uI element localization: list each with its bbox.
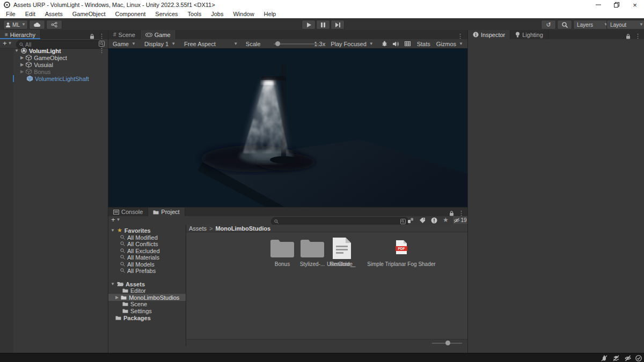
- tree-row-volumetriclightshaft[interactable]: VolumetricLightShaft: [0, 75, 108, 82]
- menu-window[interactable]: Window: [228, 10, 259, 18]
- undo-history-button[interactable]: ↺: [541, 20, 556, 29]
- close-button[interactable]: ×: [626, 0, 644, 10]
- version-control-button[interactable]: [46, 20, 62, 29]
- menu-tools[interactable]: Tools: [183, 10, 207, 18]
- tab-game[interactable]: Game: [141, 30, 176, 39]
- menu-jobs[interactable]: Jobs: [206, 10, 228, 18]
- open-search-window-icon[interactable]: [400, 219, 406, 224]
- game-viewport[interactable]: [108, 48, 467, 208]
- search-everywhere-button[interactable]: [557, 20, 572, 29]
- chevron-down-icon: ▼: [21, 23, 26, 27]
- chevron-down-icon[interactable]: ▼: [111, 228, 115, 233]
- chevron-down-icon[interactable]: ▼: [111, 282, 115, 286]
- left-splitter[interactable]: [108, 30, 108, 353]
- tab-inspector[interactable]: Inspector: [468, 30, 510, 39]
- favorite-item[interactable]: All Materials: [108, 254, 186, 261]
- create-object-button[interactable]: + ▼: [3, 40, 12, 47]
- hidden-count-toggle[interactable]: 19: [453, 216, 467, 224]
- chevron-right-icon[interactable]: ▶: [20, 70, 24, 74]
- menu-gameobject[interactable]: GameObject: [68, 10, 111, 18]
- lock-icon[interactable]: [626, 34, 631, 39]
- packages-header-row[interactable]: Packages: [108, 314, 186, 321]
- visibility-disabled-icon[interactable]: [625, 355, 631, 361]
- gizmos-label: Gizmos: [436, 41, 456, 47]
- menu-file[interactable]: File: [1, 10, 20, 18]
- folder-row-editor[interactable]: Editor: [108, 287, 186, 294]
- account-dropdown[interactable]: ML ▼: [3, 20, 28, 29]
- breadcrumb-current[interactable]: MonoLimboStudios: [215, 225, 270, 232]
- chevron-right-icon[interactable]: ▶: [115, 295, 119, 300]
- scale-slider-track[interactable]: [274, 43, 319, 45]
- search-window-icon[interactable]: [99, 41, 105, 47]
- menubar: File Edit Assets GameObject Component Se…: [0, 10, 644, 19]
- folder-thumbnail-icon[interactable]: [300, 239, 325, 258]
- display-select[interactable]: Display 1 ▼: [140, 41, 180, 47]
- hierarchy-panel: ≡ Hierarchy ⋮ + ▼ All: [0, 30, 108, 353]
- center-splitter[interactable]: [108, 207, 467, 208]
- favorite-item[interactable]: All Prefabs: [108, 267, 186, 274]
- menu-component[interactable]: Component: [110, 10, 150, 18]
- inspector-menu-icon[interactable]: ⋮: [635, 33, 641, 39]
- scale-slider-thumb[interactable]: [275, 41, 280, 46]
- aspect-select[interactable]: Free Aspect ▼: [180, 41, 242, 47]
- search-by-import-log-icon[interactable]: [431, 217, 437, 224]
- pause-button[interactable]: [316, 20, 330, 29]
- tree-row-bonus[interactable]: ▶ Bonus: [0, 68, 108, 75]
- status-ok-icon[interactable]: [635, 355, 642, 361]
- minimize-button[interactable]: [589, 0, 608, 10]
- gizmos-dropdown[interactable]: Gizmos ▼: [434, 41, 467, 47]
- game-menu-icon[interactable]: ⋮: [457, 33, 463, 39]
- game-display-popup[interactable]: Game ▼: [108, 41, 140, 47]
- plus-icon: +: [3, 40, 7, 47]
- cloud-button[interactable]: [29, 20, 45, 29]
- folder-thumbnail-icon[interactable]: [270, 239, 295, 258]
- inspector-body: [468, 39, 644, 353]
- menu-assets[interactable]: Assets: [40, 10, 68, 18]
- layout-dropdown[interactable]: Layout ▼: [606, 20, 644, 29]
- file-label[interactable]: Simple Triplanar Fog Shader: [367, 261, 436, 267]
- tab-scene[interactable]: # Scene: [108, 30, 141, 39]
- chevron-down-icon[interactable]: ▼: [14, 49, 19, 53]
- favorite-item[interactable]: All Conflicts: [108, 240, 186, 247]
- hierarchy-menu-icon[interactable]: ⋮: [99, 33, 105, 39]
- chevron-right-icon[interactable]: ▶: [20, 63, 24, 67]
- stats-toggle[interactable]: Stats: [413, 41, 434, 47]
- tab-hierarchy[interactable]: ≡ Hierarchy: [0, 30, 41, 39]
- menu-services[interactable]: Services: [150, 10, 182, 18]
- tree-row-gameobject[interactable]: ▶ GameObject: [0, 54, 108, 61]
- tab-console[interactable]: Console: [108, 208, 148, 216]
- tab-project[interactable]: Project: [148, 208, 185, 216]
- scene-menu-icon[interactable]: ⋮: [99, 48, 105, 54]
- folder-row-settings[interactable]: Settings: [108, 307, 186, 314]
- folder-row-scene[interactable]: Scene: [108, 300, 186, 307]
- lock-icon[interactable]: [90, 34, 94, 39]
- mute-audio-icon[interactable]: [390, 41, 402, 47]
- search-by-type-icon[interactable]: [407, 217, 414, 224]
- frame-debugger-icon[interactable]: [379, 41, 390, 47]
- lock-icon[interactable]: [449, 211, 454, 216]
- menu-help[interactable]: Help: [259, 10, 281, 18]
- vsync-grid-icon[interactable]: [402, 41, 413, 46]
- pdf-thumbnail-icon[interactable]: PDF: [396, 240, 407, 255]
- document-thumbnail-icon[interactable]: [332, 237, 352, 260]
- chevron-right-icon[interactable]: ▶: [20, 56, 24, 60]
- create-asset-button[interactable]: + ▼: [111, 217, 121, 223]
- cache-server-disabled-icon[interactable]: [613, 355, 619, 361]
- debugger-disabled-icon[interactable]: [601, 355, 608, 361]
- breadcrumb-separator: >: [209, 225, 213, 232]
- thumbnail-zoom-thumb[interactable]: [445, 341, 450, 345]
- tree-row-vusuial[interactable]: ▶ Vusuial: [0, 61, 108, 68]
- search-by-label-icon[interactable]: [419, 217, 426, 224]
- favorites-star-icon[interactable]: ★: [443, 216, 449, 224]
- menu-edit[interactable]: Edit: [20, 10, 40, 18]
- favorites-header-row[interactable]: ▼ ★ Favorites: [108, 227, 186, 234]
- tree-row-scene[interactable]: ▼ VolumLight ⋮: [0, 47, 108, 54]
- tab-lighting[interactable]: Lighting: [510, 30, 548, 39]
- play-focused-select[interactable]: Play Focused ▼: [325, 41, 379, 47]
- right-splitter[interactable]: [467, 30, 468, 353]
- restore-button[interactable]: [608, 0, 626, 10]
- project-menu-icon[interactable]: ⋮: [458, 210, 464, 216]
- step-button[interactable]: [331, 20, 345, 29]
- breadcrumb-root[interactable]: Assets: [189, 225, 207, 232]
- play-button[interactable]: [302, 20, 316, 29]
